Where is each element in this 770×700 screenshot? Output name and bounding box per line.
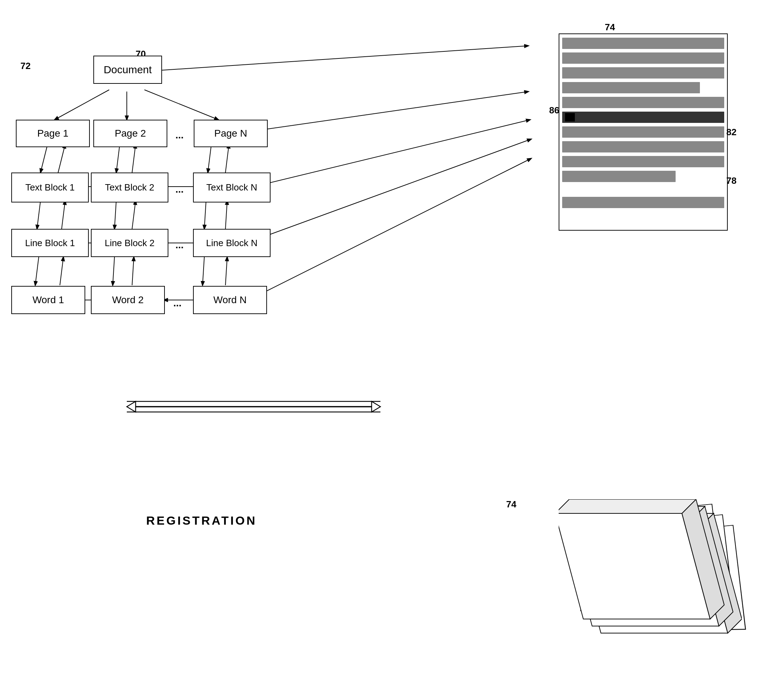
svg-line-14 [225,201,227,229]
pageN-box: Page N [194,120,268,147]
registration-label: REGISTRATION [146,514,257,527]
ellipsis-words: ... [173,297,181,309]
ellipsis-pages: ... [175,129,183,141]
page2-box: Page 2 [93,120,167,147]
doc-line-1 [562,38,724,49]
svg-line-8 [225,144,229,173]
svg-marker-34 [127,401,136,412]
svg-line-17 [113,257,115,285]
ellipsis-textblocks: ... [175,184,183,195]
document-visual [559,34,728,231]
doc-line-3 [562,67,724,79]
svg-line-30 [247,139,531,243]
label-74b: 74 [506,499,516,510]
doc-line-12 [562,197,724,208]
svg-line-0 [55,90,109,120]
lineblock2-box: Line Block 2 [91,229,168,257]
textblockN-box: Text Block N [193,173,270,202]
page1-box: Page 1 [16,120,90,147]
doc-line-8 [562,141,724,152]
stacked-pages-svg [559,499,742,647]
svg-line-27 [159,46,528,70]
doc-line-10 [562,171,676,182]
svg-line-18 [132,257,134,285]
doc-line-9 [562,156,724,167]
doc-line-7 [562,126,724,138]
svg-line-5 [116,144,120,173]
doc-line-4 [562,82,700,93]
lineblockN-box: Line Block N [193,229,270,257]
svg-line-28 [247,92,528,132]
doc-line-gap [562,186,724,193]
wordN-box: Word N [193,286,267,314]
ellipsis-lineblocks: ... [175,239,183,251]
document-box: Document [93,56,162,84]
svg-line-13 [204,201,206,229]
svg-marker-33 [372,401,380,412]
word1-box: Word 1 [11,286,85,314]
svg-line-9 [37,201,40,229]
label-74a: 74 [605,22,615,33]
svg-line-15 [35,257,39,285]
textblock1-box: Text Block 1 [11,173,89,202]
svg-line-4 [58,144,65,173]
svg-line-16 [60,257,63,285]
svg-line-29 [247,120,530,188]
word2-box: Word 2 [91,286,165,314]
diagram: 70 72 Document Page 1 Page 2 ... Page N … [0,0,770,700]
svg-line-7 [208,144,211,173]
svg-line-2 [144,90,218,120]
svg-line-10 [61,201,65,229]
lineblock1-box: Line Block 1 [11,229,89,257]
svg-line-3 [40,144,48,173]
label-72: 72 [20,61,31,71]
label-86: 86 [549,105,560,116]
svg-line-12 [132,201,136,229]
svg-line-19 [202,257,204,285]
doc-line-selected [562,112,724,123]
label-82: 82 [726,127,736,138]
label-78: 78 [726,175,736,186]
doc-line-2 [562,52,724,64]
doc-line-5 [562,97,724,108]
svg-line-20 [225,257,227,285]
svg-line-11 [115,201,116,229]
svg-marker-45 [559,499,696,513]
svg-line-6 [132,144,136,173]
textblock2-box: Text Block 2 [91,173,168,202]
svg-line-31 [247,158,531,301]
